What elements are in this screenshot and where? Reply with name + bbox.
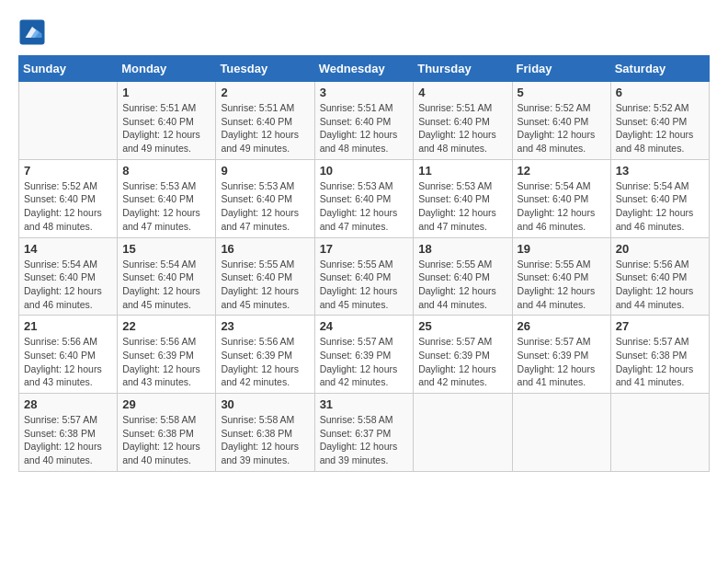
calendar-day-cell: 28Sunrise: 5:57 AM Sunset: 6:38 PM Dayli… xyxy=(19,394,118,472)
day-number: 13 xyxy=(616,164,704,178)
weekday-header-cell: Monday xyxy=(118,56,216,82)
logo-icon xyxy=(18,18,46,46)
day-info: Sunrise: 5:58 AM Sunset: 6:38 PM Dayligh… xyxy=(221,413,309,467)
day-info: Sunrise: 5:53 AM Sunset: 6:40 PM Dayligh… xyxy=(320,179,409,234)
calendar-table: SundayMondayTuesdayWednesdayThursdayFrid… xyxy=(18,55,710,472)
day-number: 14 xyxy=(24,242,112,256)
day-info: Sunrise: 5:51 AM Sunset: 6:40 PM Dayligh… xyxy=(122,101,210,155)
day-info: Sunrise: 5:51 AM Sunset: 6:40 PM Dayligh… xyxy=(221,101,309,155)
day-info: Sunrise: 5:55 AM Sunset: 6:40 PM Dayligh… xyxy=(518,258,606,312)
day-info: Sunrise: 5:55 AM Sunset: 6:40 PM Dayligh… xyxy=(418,258,506,312)
calendar-day-cell: 22Sunrise: 5:56 AM Sunset: 6:39 PM Dayli… xyxy=(118,316,216,394)
weekday-header-cell: Thursday xyxy=(414,56,512,82)
calendar-day-cell: 19Sunrise: 5:55 AM Sunset: 6:40 PM Dayli… xyxy=(512,237,610,316)
day-info: Sunrise: 5:56 AM Sunset: 6:40 PM Dayligh… xyxy=(616,258,704,312)
day-info: Sunrise: 5:51 AM Sunset: 6:40 PM Dayligh… xyxy=(418,101,506,155)
calendar-day-cell: 5Sunrise: 5:52 AM Sunset: 6:40 PM Daylig… xyxy=(512,82,610,160)
day-info: Sunrise: 5:55 AM Sunset: 6:40 PM Dayligh… xyxy=(221,258,309,312)
calendar-day-cell: 4Sunrise: 5:51 AM Sunset: 6:40 PM Daylig… xyxy=(414,82,512,160)
calendar-day-cell: 8Sunrise: 5:53 AM Sunset: 6:40 PM Daylig… xyxy=(118,159,216,237)
day-number: 21 xyxy=(24,319,112,333)
day-number: 3 xyxy=(320,86,409,99)
day-info: Sunrise: 5:54 AM Sunset: 6:40 PM Dayligh… xyxy=(122,258,210,312)
calendar-day-cell xyxy=(512,394,610,472)
calendar-day-cell: 1Sunrise: 5:51 AM Sunset: 6:40 PM Daylig… xyxy=(118,82,216,160)
calendar-day-cell: 10Sunrise: 5:53 AM Sunset: 6:40 PM Dayli… xyxy=(314,159,414,237)
calendar-day-cell: 14Sunrise: 5:54 AM Sunset: 6:40 PM Dayli… xyxy=(19,237,118,316)
calendar-week-row: 28Sunrise: 5:57 AM Sunset: 6:38 PM Dayli… xyxy=(19,394,710,472)
day-number: 15 xyxy=(122,242,210,256)
calendar-day-cell: 17Sunrise: 5:55 AM Sunset: 6:40 PM Dayli… xyxy=(314,237,414,316)
day-info: Sunrise: 5:56 AM Sunset: 6:39 PM Dayligh… xyxy=(122,335,210,389)
calendar-day-cell: 11Sunrise: 5:53 AM Sunset: 6:40 PM Dayli… xyxy=(414,159,512,237)
day-number: 7 xyxy=(24,164,112,178)
day-number: 6 xyxy=(616,86,704,99)
calendar-day-cell: 24Sunrise: 5:57 AM Sunset: 6:39 PM Dayli… xyxy=(314,316,414,394)
day-number: 20 xyxy=(616,242,704,256)
day-number: 22 xyxy=(122,319,210,333)
day-info: Sunrise: 5:53 AM Sunset: 6:40 PM Dayligh… xyxy=(221,179,309,234)
calendar-day-cell: 7Sunrise: 5:52 AM Sunset: 6:40 PM Daylig… xyxy=(19,159,118,237)
calendar-day-cell xyxy=(610,394,709,472)
day-number: 27 xyxy=(616,319,704,333)
day-number: 8 xyxy=(122,164,210,178)
day-number: 31 xyxy=(320,397,409,411)
day-info: Sunrise: 5:54 AM Sunset: 6:40 PM Dayligh… xyxy=(518,179,606,234)
calendar-day-cell: 9Sunrise: 5:53 AM Sunset: 6:40 PM Daylig… xyxy=(216,159,314,237)
calendar-day-cell xyxy=(19,82,118,160)
calendar-day-cell: 29Sunrise: 5:58 AM Sunset: 6:38 PM Dayli… xyxy=(118,394,216,472)
day-info: Sunrise: 5:57 AM Sunset: 6:38 PM Dayligh… xyxy=(616,335,704,389)
calendar-header: SundayMondayTuesdayWednesdayThursdayFrid… xyxy=(19,56,710,82)
day-info: Sunrise: 5:54 AM Sunset: 6:40 PM Dayligh… xyxy=(24,258,112,312)
calendar-week-row: 21Sunrise: 5:56 AM Sunset: 6:40 PM Dayli… xyxy=(19,316,710,394)
calendar-day-cell: 21Sunrise: 5:56 AM Sunset: 6:40 PM Dayli… xyxy=(19,316,118,394)
day-number: 24 xyxy=(320,319,409,333)
weekday-header-row: SundayMondayTuesdayWednesdayThursdayFrid… xyxy=(19,56,710,82)
calendar-day-cell: 25Sunrise: 5:57 AM Sunset: 6:39 PM Dayli… xyxy=(414,316,512,394)
day-info: Sunrise: 5:51 AM Sunset: 6:40 PM Dayligh… xyxy=(320,101,409,155)
day-number: 5 xyxy=(518,86,606,99)
day-number: 23 xyxy=(221,319,309,333)
calendar-day-cell: 6Sunrise: 5:52 AM Sunset: 6:40 PM Daylig… xyxy=(610,82,709,160)
calendar-week-row: 1Sunrise: 5:51 AM Sunset: 6:40 PM Daylig… xyxy=(19,82,710,160)
day-number: 11 xyxy=(418,164,506,178)
day-number: 10 xyxy=(320,164,409,178)
day-number: 29 xyxy=(122,397,210,411)
day-number: 18 xyxy=(418,242,506,256)
day-info: Sunrise: 5:54 AM Sunset: 6:40 PM Dayligh… xyxy=(616,179,704,234)
day-info: Sunrise: 5:56 AM Sunset: 6:40 PM Dayligh… xyxy=(24,335,112,389)
calendar-day-cell: 16Sunrise: 5:55 AM Sunset: 6:40 PM Dayli… xyxy=(216,237,314,316)
calendar-week-row: 7Sunrise: 5:52 AM Sunset: 6:40 PM Daylig… xyxy=(19,159,710,237)
day-info: Sunrise: 5:52 AM Sunset: 6:40 PM Dayligh… xyxy=(616,101,704,155)
day-info: Sunrise: 5:55 AM Sunset: 6:40 PM Dayligh… xyxy=(320,258,409,312)
day-number: 28 xyxy=(24,397,112,411)
day-number: 1 xyxy=(122,86,210,99)
day-info: Sunrise: 5:53 AM Sunset: 6:40 PM Dayligh… xyxy=(122,179,210,234)
calendar-day-cell: 27Sunrise: 5:57 AM Sunset: 6:38 PM Dayli… xyxy=(610,316,709,394)
calendar-day-cell: 15Sunrise: 5:54 AM Sunset: 6:40 PM Dayli… xyxy=(118,237,216,316)
weekday-header-cell: Saturday xyxy=(610,56,709,82)
day-number: 4 xyxy=(418,86,506,99)
day-info: Sunrise: 5:58 AM Sunset: 6:38 PM Dayligh… xyxy=(122,413,210,467)
day-info: Sunrise: 5:52 AM Sunset: 6:40 PM Dayligh… xyxy=(518,101,606,155)
day-info: Sunrise: 5:58 AM Sunset: 6:37 PM Dayligh… xyxy=(320,413,409,467)
day-number: 12 xyxy=(518,164,606,178)
day-info: Sunrise: 5:57 AM Sunset: 6:38 PM Dayligh… xyxy=(24,413,112,467)
logo xyxy=(18,18,50,46)
day-info: Sunrise: 5:57 AM Sunset: 6:39 PM Dayligh… xyxy=(320,335,409,389)
calendar-day-cell xyxy=(414,394,512,472)
weekday-header-cell: Friday xyxy=(512,56,610,82)
day-number: 30 xyxy=(221,397,309,411)
day-info: Sunrise: 5:53 AM Sunset: 6:40 PM Dayligh… xyxy=(418,179,506,234)
weekday-header-cell: Wednesday xyxy=(314,56,414,82)
day-number: 19 xyxy=(518,242,606,256)
day-number: 25 xyxy=(418,319,506,333)
calendar-day-cell: 2Sunrise: 5:51 AM Sunset: 6:40 PM Daylig… xyxy=(216,82,314,160)
calendar-day-cell: 31Sunrise: 5:58 AM Sunset: 6:37 PM Dayli… xyxy=(314,394,414,472)
calendar-week-row: 14Sunrise: 5:54 AM Sunset: 6:40 PM Dayli… xyxy=(19,237,710,316)
weekday-header-cell: Sunday xyxy=(19,56,118,82)
calendar-day-cell: 12Sunrise: 5:54 AM Sunset: 6:40 PM Dayli… xyxy=(512,159,610,237)
calendar-day-cell: 20Sunrise: 5:56 AM Sunset: 6:40 PM Dayli… xyxy=(610,237,709,316)
day-number: 2 xyxy=(221,86,309,99)
calendar-day-cell: 30Sunrise: 5:58 AM Sunset: 6:38 PM Dayli… xyxy=(216,394,314,472)
